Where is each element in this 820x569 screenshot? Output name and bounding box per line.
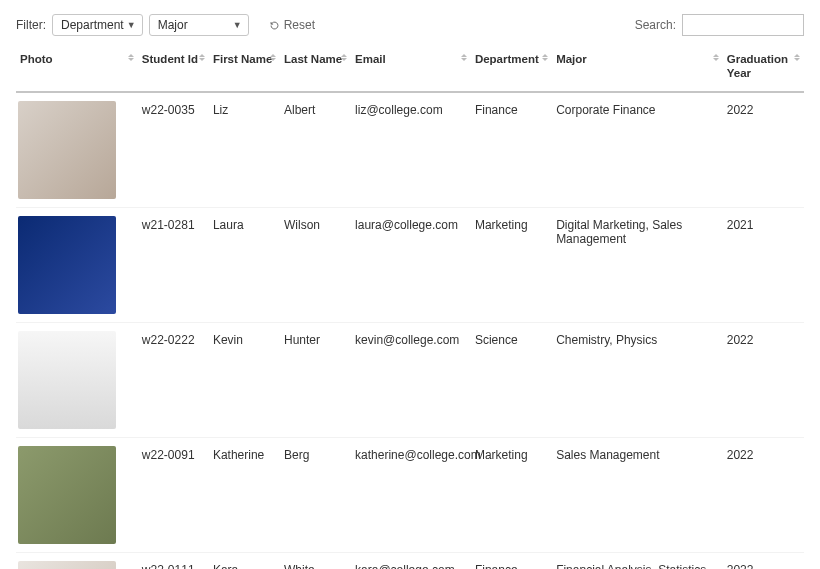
cell-first-name: Kara [209, 552, 280, 569]
sort-icon [542, 54, 548, 61]
filter-group: Filter: Department ▼ Major ▼ Reset [16, 14, 315, 36]
cell-student-id: w22-0091 [138, 437, 209, 552]
cell-last-name: Albert [280, 92, 351, 208]
department-select-value: Department [61, 18, 124, 32]
table-header-row: Photo Student Id First Name Last Name Em… [16, 46, 804, 92]
cell-major: Financial Analysis, Statistics [552, 552, 723, 569]
col-email[interactable]: Email [351, 46, 471, 92]
table-row: w22-0035 Liz Albert liz@college.com Fina… [16, 92, 804, 208]
cell-department: Marketing [471, 437, 552, 552]
major-select[interactable]: Major ▼ [149, 14, 249, 36]
toolbar: Filter: Department ▼ Major ▼ Reset Searc… [16, 14, 804, 36]
col-student-id-label: Student Id [142, 52, 198, 66]
cell-last-name: Wilson [280, 207, 351, 322]
cell-first-name: Kevin [209, 322, 280, 437]
cell-major: Corporate Finance [552, 92, 723, 208]
student-photo [18, 561, 116, 569]
table-body: w22-0035 Liz Albert liz@college.com Fina… [16, 92, 804, 569]
cell-first-name: Liz [209, 92, 280, 208]
search-label: Search: [635, 18, 676, 32]
student-photo [18, 101, 116, 199]
cell-major: Sales Management [552, 437, 723, 552]
sort-icon [461, 54, 467, 61]
cell-email: katherine@college.com [351, 437, 471, 552]
cell-last-name: White [280, 552, 351, 569]
search-group: Search: [635, 14, 804, 36]
cell-email: laura@college.com [351, 207, 471, 322]
cell-student-id: w21-0281 [138, 207, 209, 322]
col-first-name-label: First Name [213, 52, 272, 66]
col-grad-year[interactable]: Graduation Year [723, 46, 804, 92]
table-row: w22-0222 Kevin Hunter kevin@college.com … [16, 322, 804, 437]
cell-email: liz@college.com [351, 92, 471, 208]
col-student-id[interactable]: Student Id [138, 46, 209, 92]
col-email-label: Email [355, 52, 386, 66]
reset-button[interactable]: Reset [269, 18, 315, 32]
cell-grad-year: 2022 [723, 437, 804, 552]
cell-email: kara@college.com [351, 552, 471, 569]
sort-icon [794, 54, 800, 61]
cell-email: kevin@college.com [351, 322, 471, 437]
cell-student-id: w22-0222 [138, 322, 209, 437]
col-photo-label: Photo [20, 52, 53, 66]
filter-label: Filter: [16, 18, 46, 32]
students-table: Photo Student Id First Name Last Name Em… [16, 46, 804, 569]
cell-grad-year: 2021 [723, 207, 804, 322]
cell-department: Finance [471, 92, 552, 208]
table-row: w22-0091 Katherine Berg katherine@colleg… [16, 437, 804, 552]
col-major[interactable]: Major [552, 46, 723, 92]
col-first-name[interactable]: First Name [209, 46, 280, 92]
col-photo[interactable]: Photo [16, 46, 138, 92]
cell-department: Finance [471, 552, 552, 569]
student-photo [18, 216, 116, 314]
cell-major: Chemistry, Physics [552, 322, 723, 437]
cell-department: Marketing [471, 207, 552, 322]
cell-grad-year: 2022 [723, 552, 804, 569]
sort-icon [341, 54, 347, 61]
department-select[interactable]: Department ▼ [52, 14, 143, 36]
col-major-label: Major [556, 52, 587, 66]
cell-department: Science [471, 322, 552, 437]
col-last-name-label: Last Name [284, 52, 342, 66]
sort-icon [128, 54, 134, 61]
col-department[interactable]: Department [471, 46, 552, 92]
search-input[interactable] [682, 14, 804, 36]
table-row: w22-0111 Kara White kara@college.com Fin… [16, 552, 804, 569]
cell-last-name: Berg [280, 437, 351, 552]
col-grad-year-label: Graduation Year [727, 52, 800, 81]
student-photo [18, 446, 116, 544]
table-row: w21-0281 Laura Wilson laura@college.com … [16, 207, 804, 322]
undo-icon [269, 20, 280, 31]
student-photo [18, 331, 116, 429]
cell-grad-year: 2022 [723, 92, 804, 208]
cell-first-name: Laura [209, 207, 280, 322]
sort-icon [199, 54, 205, 61]
cell-student-id: w22-0111 [138, 552, 209, 569]
cell-major: Digital Marketing, Sales Management [552, 207, 723, 322]
chevron-down-icon: ▼ [233, 20, 242, 30]
cell-last-name: Hunter [280, 322, 351, 437]
reset-label: Reset [284, 18, 315, 32]
cell-grad-year: 2022 [723, 322, 804, 437]
cell-first-name: Katherine [209, 437, 280, 552]
chevron-down-icon: ▼ [127, 20, 136, 30]
sort-icon [713, 54, 719, 61]
col-department-label: Department [475, 52, 539, 66]
cell-student-id: w22-0035 [138, 92, 209, 208]
major-select-value: Major [158, 18, 188, 32]
sort-icon [270, 54, 276, 61]
col-last-name[interactable]: Last Name [280, 46, 351, 92]
